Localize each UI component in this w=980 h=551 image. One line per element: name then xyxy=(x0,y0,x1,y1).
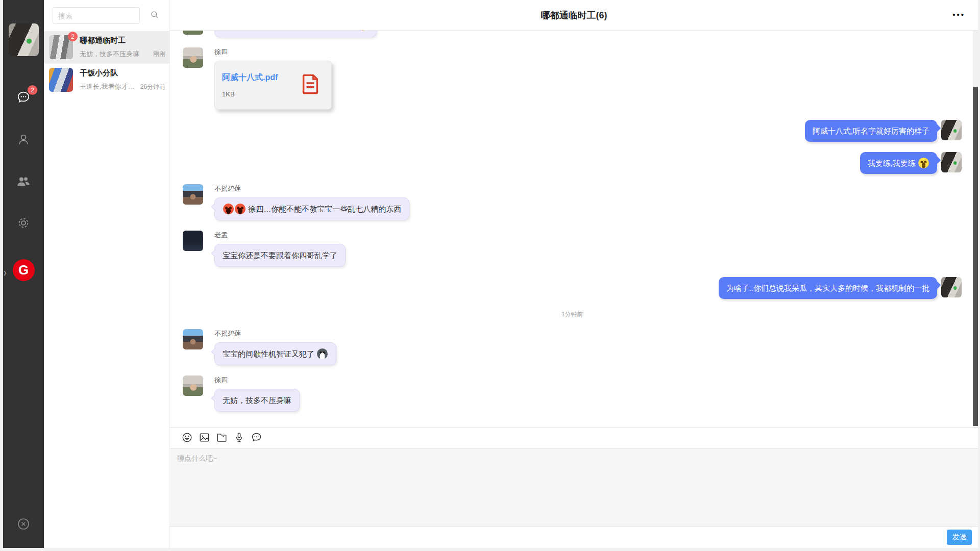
message-body: 不摇碧莲宝宝的间歇性机智证又犯了 xyxy=(214,329,336,365)
conversation-title: 哪都通临时工(6) xyxy=(541,9,607,21)
avatar-user[interactable] xyxy=(941,120,962,140)
message-input[interactable] xyxy=(170,448,978,527)
search-button[interactable] xyxy=(146,7,163,24)
chat-item-body: 哪都通临时工无妨，技多不压身嘛刚刚 xyxy=(80,36,165,59)
penguin-sticker-emoji xyxy=(317,348,328,359)
unread-badge: 2 xyxy=(68,32,78,41)
settings-gear-icon xyxy=(16,216,31,230)
mic-icon xyxy=(233,432,245,445)
file-message-card[interactable]: 阿威十八式.pdf1KB xyxy=(214,61,332,110)
message-text: 无妨，技多不压身嘛 xyxy=(223,396,291,405)
message: 宝宝 我这有本祖传秘笈,很适合你修炼哦 xyxy=(183,31,962,37)
chat-avatar: 2 xyxy=(49,35,73,59)
chat-item-time: 刚刚 xyxy=(153,50,165,59)
time-divider: 1分钟前 xyxy=(183,310,962,319)
message-bubble[interactable]: 我要练,我要练 xyxy=(860,152,937,174)
chat-list-item[interactable]: 干饭小分队王道长,我看你才…26分钟前 xyxy=(44,63,169,95)
chat-item-last-message: 无妨，技多不压身嘛 xyxy=(80,49,150,59)
message-author: 不摇碧莲 xyxy=(214,329,336,338)
message-author: 老孟 xyxy=(214,231,346,240)
pdf-file-icon xyxy=(299,72,322,98)
message-text: 阿威十八式,听名字就好厉害的样子 xyxy=(813,127,929,135)
message-bubble[interactable]: 宝宝你还是不要跟着你四哥乱学了 xyxy=(214,244,346,267)
message: 老孟宝宝你还是不要跟着你四哥乱学了 xyxy=(183,231,962,267)
image-icon xyxy=(199,432,210,445)
message: 为啥子..你们总说我呆瓜，其实大多的时候，我都机制的一批 xyxy=(183,277,962,299)
avatar-bilian[interactable] xyxy=(183,329,203,349)
chat-avatar xyxy=(49,68,73,92)
more-menu-button[interactable]: ••• xyxy=(952,12,965,17)
avatar-laomeng[interactable] xyxy=(183,231,203,251)
message: 徐四无妨，技多不压身嘛 xyxy=(183,375,962,412)
message: 我要练,我要练 xyxy=(183,152,962,174)
avatar-xusi[interactable] xyxy=(183,31,203,35)
user-avatar[interactable] xyxy=(9,23,39,56)
groups-nav-button[interactable] xyxy=(16,173,31,189)
chat-item-time: 26分钟前 xyxy=(140,83,165,91)
avatar-xusi[interactable] xyxy=(183,375,203,396)
message-text: 宝宝的间歇性机智证又犯了 xyxy=(223,349,316,358)
avatar-xusi[interactable] xyxy=(183,47,203,68)
folder-icon xyxy=(216,432,228,445)
message-text: 为啥子..你们总说我呆瓜，其实大多的时候，我都机制的一批 xyxy=(726,284,929,292)
search-icon xyxy=(150,10,160,22)
voice-message-button[interactable] xyxy=(230,431,248,446)
conversation-panel: 哪都通临时工(6) ••• 宝宝 我这有本祖传秘笈,很适合你修炼哦徐四阿威十八式… xyxy=(169,0,978,548)
contacts-nav-button[interactable] xyxy=(16,132,31,147)
chat-list-panel: 2哪都通临时工无妨，技多不压身嘛刚刚干饭小分队王道长,我看你才…26分钟前 xyxy=(44,0,169,548)
rage-face-emoji xyxy=(235,204,246,214)
chat-item-title: 哪都通临时工 xyxy=(80,36,165,45)
message-bubble[interactable]: 无妨，技多不压身嘛 xyxy=(214,389,300,412)
message: 不摇碧莲 徐四…你能不能不教宝宝一些乱七八糟的东西 xyxy=(183,184,962,220)
chat-item-title: 干饭小分队 xyxy=(80,68,165,78)
hugging-face-emoji xyxy=(357,31,368,31)
chat-item-last-message: 王道长,我看你才… xyxy=(80,82,137,91)
app-window: 2 xyxy=(3,0,978,548)
group-icon xyxy=(16,174,31,188)
message-bubble[interactable]: 为啥子..你们总说我呆瓜，其实大多的时候，我都机制的一批 xyxy=(719,277,937,299)
scrollbar-track[interactable] xyxy=(973,31,978,428)
file-name-link[interactable]: 阿威十八式.pdf xyxy=(222,72,299,83)
settings-nav-button[interactable] xyxy=(16,215,31,231)
expand-arrow-icon[interactable]: ❯ xyxy=(3,270,7,276)
left-rail: 2 xyxy=(3,0,44,548)
avatar-user[interactable] xyxy=(941,277,962,297)
chat-history-button[interactable] xyxy=(248,431,265,446)
message-bubble[interactable]: 阿威十八式,听名字就好厉害的样子 xyxy=(805,120,937,142)
conversation-header: 哪都通临时工(6) ••• xyxy=(170,0,978,31)
chat-item-subtitle-row: 王道长,我看你才…26分钟前 xyxy=(80,82,165,91)
avatar-user[interactable] xyxy=(941,152,962,172)
message-author: 不摇碧莲 xyxy=(214,184,409,193)
contacts-icon xyxy=(16,132,31,146)
message-body: 阿威十八式,听名字就好厉害的样子 xyxy=(805,120,937,142)
emoji-icon xyxy=(181,432,193,445)
message-list: 宝宝 我这有本祖传秘笈,很适合你修炼哦徐四阿威十八式.pdf1KB阿威十八式,听… xyxy=(170,31,978,428)
rage-face-emoji xyxy=(223,204,234,214)
message-body: 徐四阿威十八式.pdf1KB xyxy=(214,47,332,110)
message: 不摇碧莲宝宝的间歇性机智证又犯了 xyxy=(183,329,962,365)
chat-list-item[interactable]: 2哪都通临时工无妨，技多不压身嘛刚刚 xyxy=(44,31,169,63)
message-bubble[interactable]: 宝宝 我这有本祖传秘笈,很适合你修炼哦 xyxy=(214,31,377,37)
avatar-bilian[interactable] xyxy=(183,184,203,205)
send-image-button[interactable] xyxy=(195,431,213,446)
message-bubble[interactable]: 徐四…你能不能不教宝宝一些乱七八糟的东西 xyxy=(214,197,409,220)
message-bubble[interactable]: 宝宝的间歇性机智证又犯了 xyxy=(214,342,336,365)
emoji-picker-button[interactable] xyxy=(178,431,195,446)
chats-nav-button[interactable]: 2 xyxy=(16,90,31,105)
message-body: 我要练,我要练 xyxy=(860,152,937,174)
search-bar xyxy=(44,0,169,31)
ellipsis-icon: ••• xyxy=(952,10,965,19)
message: 徐四阿威十八式.pdf1KB xyxy=(183,47,962,110)
melting-face-emoji xyxy=(918,158,929,168)
send-file-button[interactable] xyxy=(213,431,230,446)
search-input[interactable] xyxy=(53,7,140,24)
message-body: 为啥子..你们总说我呆瓜，其实大多的时候，我都机制的一批 xyxy=(719,277,937,299)
close-button[interactable] xyxy=(16,516,31,532)
message-author: 徐四 xyxy=(214,47,332,57)
unread-badge: 2 xyxy=(28,85,37,95)
scrollbar-thumb[interactable] xyxy=(973,87,978,426)
chat-list: 2哪都通临时工无妨，技多不压身嘛刚刚干饭小分队王道长,我看你才…26分钟前 xyxy=(44,31,169,95)
file-info: 阿威十八式.pdf1KB xyxy=(222,72,299,98)
send-button[interactable]: 发送 xyxy=(947,530,972,545)
gg-logo[interactable]: G xyxy=(13,259,35,281)
